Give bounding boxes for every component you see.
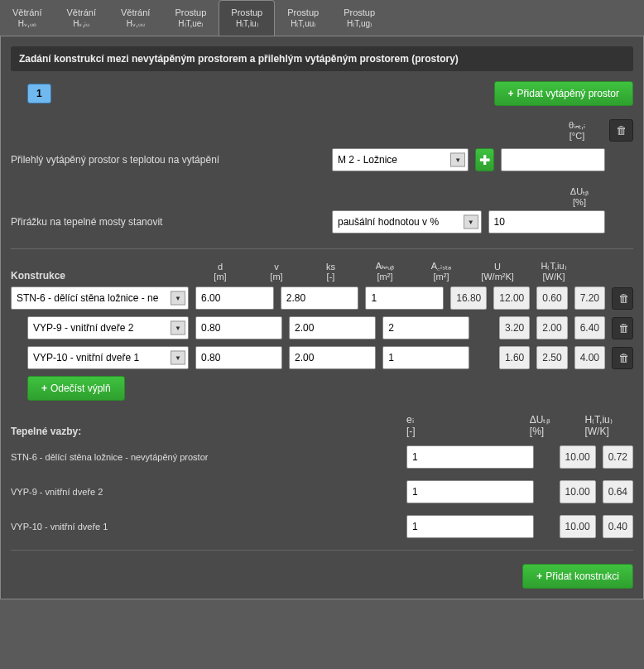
ks-input[interactable] [382, 346, 469, 369]
ei-input[interactable] [406, 480, 534, 503]
plus-icon: + [508, 88, 514, 99]
table-row: STN-6 - dělící stěna ložnice - ne16.8012… [11, 286, 633, 310]
construction-select[interactable]: VYP-9 - vnitřní dveře 2 [27, 316, 189, 339]
tab-6[interactable]: ProstupH₍T,ug₎ [331, 0, 387, 36]
htiu-value: 7.20 [574, 286, 605, 310]
htiu-value: 0.40 [603, 515, 633, 538]
u-value: 2.00 [536, 316, 567, 339]
dutb-input[interactable] [488, 210, 605, 233]
trash-icon: 🗑 [616, 124, 627, 137]
section-title: Zadání konstrukcí mezi nevytápěným prost… [11, 46, 633, 71]
theta-input[interactable] [501, 148, 605, 171]
dutb-header: ΔUₜᵦ [%] [559, 186, 600, 207]
u-value: 2.50 [536, 346, 567, 369]
construction-select[interactable]: STN-6 - dělící stěna ložnice - ne [11, 286, 189, 310]
v-input[interactable] [289, 316, 376, 339]
delete-row-button[interactable]: 🗑 [612, 347, 633, 369]
htiu-value: 0.72 [603, 445, 633, 469]
delete-row-button[interactable]: 🗑 [612, 287, 633, 310]
list-item: VYP-9 - vnitřní dveře 210.000.64 [11, 480, 633, 503]
thermal-name: VYP-10 - vnitřní dveře 1 [11, 522, 400, 532]
v-input[interactable] [281, 286, 359, 310]
ei-input[interactable] [406, 445, 534, 469]
tab-0[interactable]: VětráníHᵥ,ᵤₑ [0, 0, 54, 36]
v-input[interactable] [289, 346, 376, 369]
tab-5[interactable]: ProstupH₍T,uu₎ [275, 0, 331, 36]
delete-row-button[interactable]: 🗑 [612, 317, 633, 339]
ahruba-value: 16.80 [450, 286, 487, 310]
adjacent-space-label: Přilehlý vytápěný prostor s teplotou na … [11, 154, 325, 166]
htiu-value: 4.00 [574, 346, 605, 369]
add-heated-space-button[interactable]: +Přidat vytápěný prostor [494, 81, 633, 106]
thermal-bridge-label: Přirážku na tepelné mosty stanovit [11, 216, 325, 228]
tab-2[interactable]: VětráníHᵥ,ᵤᵤ [108, 0, 162, 36]
list-item: VYP-10 - vnitřní dveře 110.000.40 [11, 515, 633, 538]
thermal-bonds-header: Tepelné vazby: eᵢ[-] ΔUₜᵦ[%] H₍T,iu₎[W/K… [11, 414, 633, 437]
construction-table-header: Konstrukce d[m] v[m] ks[-] Aₕᵣᵤᵦ[m²] A꜀ᵢ… [11, 256, 633, 286]
list-item: STN-6 - dělící stěna ložnice - nevytápěn… [11, 445, 633, 469]
ei-input[interactable] [406, 515, 534, 538]
dutb-value: 10.00 [560, 480, 596, 503]
htiu-value: 0.64 [603, 480, 633, 503]
subtract-fill-button[interactable]: +Odečíst výplň [27, 376, 125, 401]
tab-1[interactable]: VětráníHᵥ,ᵢᵤ [54, 0, 108, 36]
ks-input[interactable] [382, 316, 469, 339]
plus-icon: + [41, 383, 47, 394]
adjacent-space-select[interactable]: M 2 - Ložnice [332, 148, 469, 171]
u-value: 0.60 [536, 286, 567, 310]
construction-select[interactable]: VYP-10 - vnitřní dveře 1 [27, 346, 189, 369]
thermal-name: VYP-9 - vnitřní dveře 2 [11, 487, 400, 497]
dutb-value: 10.00 [560, 515, 596, 538]
d-input[interactable] [195, 286, 274, 310]
thermal-bridge-select[interactable]: paušální hodnotou v % [332, 210, 482, 233]
acista-value: 3.20 [499, 316, 530, 339]
htiu-value: 6.40 [574, 316, 605, 339]
page-badge[interactable]: 1 [27, 84, 51, 103]
plus-icon: + [536, 570, 542, 582]
thermal-name: STN-6 - dělící stěna ložnice - nevytápěn… [11, 452, 400, 462]
d-input[interactable] [195, 316, 282, 339]
ks-input[interactable] [365, 286, 444, 310]
theta-header: θᵢₙₜ,ᵢ [°C] [556, 120, 598, 141]
acista-value: 1.60 [499, 346, 530, 369]
acista-value: 12.00 [493, 286, 530, 310]
dutb-value: 10.00 [560, 445, 596, 469]
add-construction-button[interactable]: +Přidat konstrukci [522, 564, 633, 589]
d-input[interactable] [195, 346, 282, 369]
delete-space-button[interactable]: 🗑 [609, 119, 633, 142]
main-panel: Zadání konstrukcí mezi nevytápěným prost… [0, 36, 644, 599]
table-row: VYP-9 - vnitřní dveře 23.202.006.40🗑 [11, 316, 633, 339]
add-adjacent-button[interactable]: ✚ [475, 148, 493, 171]
table-row: VYP-10 - vnitřní dveře 11.602.504.00🗑 [11, 346, 633, 369]
tab-3[interactable]: ProstupH₍T,ue₎ [162, 0, 219, 36]
tab-bar: VětráníHᵥ,ᵤₑVětráníHᵥ,ᵢᵤVětráníHᵥ,ᵤᵤPros… [0, 0, 644, 36]
tab-4[interactable]: ProstupH₍T,iu₎ [219, 0, 275, 36]
